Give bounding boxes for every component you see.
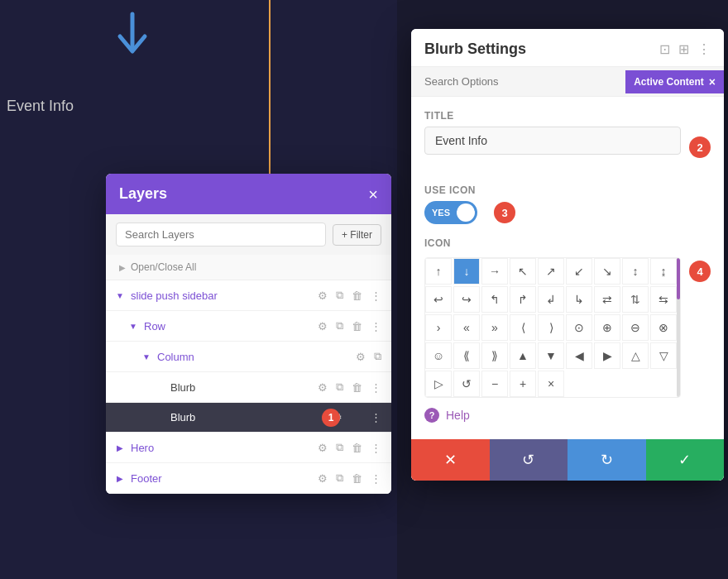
icon-cell[interactable]: − — [481, 371, 508, 397]
more-options-icon[interactable]: ⋮ — [697, 41, 711, 57]
icon-cell[interactable]: ⇄ — [594, 286, 620, 313]
icon-cell[interactable]: ↖ — [510, 258, 536, 285]
list-item[interactable]: ▼ Blurb ⚙ 1 ⋮ — [106, 403, 391, 433]
layer-settings-icon[interactable]: ⚙ — [316, 318, 329, 334]
icon-cell[interactable]: ◀ — [566, 342, 592, 369]
redo-button[interactable]: ↻ — [568, 439, 646, 481]
confirm-button[interactable]: ✓ — [646, 439, 725, 481]
list-item[interactable]: ▼ Blurb ⚙ ⧉ 🗑 ⋮ — [106, 372, 391, 403]
layer-delete-icon[interactable]: 🗑 — [350, 380, 364, 395]
layer-toggle-icon[interactable]: ▶ — [114, 472, 126, 484]
layer-more-icon[interactable]: ⋮ — [369, 409, 383, 425]
use-icon-toggle[interactable]: YES — [424, 201, 477, 224]
layer-more-icon[interactable]: ⋮ — [369, 380, 383, 395]
layer-settings-icon[interactable]: ⚙ — [354, 349, 367, 365]
icon-cell[interactable]: ↓ — [453, 258, 480, 285]
title-input[interactable] — [425, 127, 680, 154]
icon-cell[interactable]: ↙ — [566, 258, 592, 285]
help-row[interactable]: ? Help — [424, 398, 711, 426]
list-item[interactable]: ▼ Row ⚙ ⧉ 🗑 ⋮ — [106, 311, 391, 342]
layer-settings-icon[interactable]: ⚙ — [316, 440, 329, 456]
icon-cell[interactable]: ▲ — [510, 342, 536, 369]
layer-settings-icon[interactable]: ⚙ — [316, 471, 329, 486]
icon-cell[interactable]: ↑ — [425, 258, 452, 285]
icon-cell[interactable]: × — [538, 371, 564, 397]
layer-duplicate-icon[interactable]: ⧉ — [334, 287, 345, 304]
list-item[interactable]: ▼ slide push sidebar ⚙ ⧉ 🗑 ⋮ — [106, 280, 391, 311]
icon-cell[interactable]: ↨ — [650, 258, 677, 285]
fullscreen-icon[interactable]: ⊡ — [659, 41, 670, 57]
layer-actions: ⚙ 1 ⋮ — [331, 409, 383, 425]
layer-name: Column — [157, 351, 354, 363]
icon-cell[interactable]: ↲ — [538, 286, 564, 313]
icon-cell[interactable]: ▷ — [425, 371, 452, 397]
layer-duplicate-icon[interactable]: ⧉ — [334, 439, 345, 456]
icon-cell[interactable]: ⟨ — [510, 314, 536, 341]
icon-cell[interactable]: ☺ — [425, 342, 452, 369]
open-close-all-label: Open/Close All — [131, 261, 196, 273]
icon-cell[interactable]: ⊗ — [650, 314, 677, 341]
layers-search-input[interactable] — [116, 223, 326, 246]
layers-filter-button[interactable]: + Filter — [333, 224, 381, 246]
layer-settings-icon[interactable]: ⚙ — [316, 288, 329, 304]
icon-cell[interactable]: → — [481, 258, 508, 285]
icon-cell[interactable]: ↘ — [594, 258, 620, 285]
icon-cell[interactable]: ⟩ — [538, 314, 564, 341]
layer-delete-icon[interactable]: 🗑 — [350, 471, 364, 486]
layer-duplicate-icon[interactable]: ⧉ — [334, 379, 345, 395]
icon-cell[interactable]: ↰ — [481, 286, 508, 313]
icon-cell[interactable]: ▼ — [538, 342, 564, 369]
layer-duplicate-icon[interactable]: ⧉ — [334, 318, 345, 334]
icon-cell[interactable]: ⇆ — [650, 286, 677, 313]
icon-cell[interactable]: ⟫ — [481, 342, 508, 369]
list-item[interactable]: ▶ Hero ⚙ ⧉ 🗑 ⋮ — [106, 433, 391, 463]
list-item[interactable]: ▼ Column ⚙ ⧉ — [106, 342, 391, 372]
icon-cell[interactable]: » — [481, 314, 508, 341]
icon-cell[interactable]: « — [453, 314, 480, 341]
layer-settings-icon[interactable]: ⚙ — [316, 380, 329, 395]
badge-2: 2 — [689, 136, 711, 158]
icon-cell[interactable]: △ — [622, 342, 649, 369]
layer-delete-icon[interactable]: 🗑 — [350, 318, 364, 334]
icon-cell[interactable]: ⊖ — [622, 314, 649, 341]
open-close-all[interactable]: Open/Close All — [106, 255, 391, 280]
icon-cell[interactable]: ⊙ — [566, 314, 592, 341]
grid-icon[interactable]: ⊞ — [678, 41, 689, 57]
layer-more-icon[interactable]: ⋮ — [369, 288, 383, 304]
icon-cell[interactable]: ⟪ — [453, 342, 480, 369]
layer-delete-icon[interactable]: 🗑 — [350, 440, 364, 456]
layer-toggle-icon[interactable]: ▼ — [141, 351, 152, 362]
layer-name: Hero — [131, 442, 316, 454]
icon-cell[interactable]: ↱ — [510, 286, 536, 313]
icon-cell[interactable]: ↕ — [622, 258, 649, 285]
blurb-search-input[interactable] — [411, 67, 625, 96]
layer-more-icon[interactable]: ⋮ — [369, 318, 383, 334]
layer-duplicate-icon[interactable]: ⧉ — [372, 348, 383, 365]
icon-cell[interactable]: ⊕ — [594, 314, 620, 341]
layer-toggle-icon[interactable]: ▶ — [114, 442, 126, 453]
icon-cell[interactable]: › — [425, 314, 452, 341]
list-item[interactable]: ▶ Footer ⚙ ⧉ 🗑 ⋮ — [106, 463, 391, 494]
layer-toggle-icon[interactable]: ▼ — [114, 290, 126, 301]
icon-cell[interactable]: ↺ — [453, 371, 480, 397]
event-info-text: Event Info — [7, 98, 74, 115]
icon-cell[interactable]: + — [510, 371, 536, 397]
icon-cell[interactable]: ↩ — [425, 286, 452, 313]
layer-more-icon[interactable]: ⋮ — [369, 471, 383, 486]
icon-cell[interactable]: ↳ — [566, 286, 592, 313]
layer-more-icon[interactable]: ⋮ — [369, 440, 383, 456]
active-content-close[interactable]: × — [709, 75, 716, 89]
icon-cell[interactable]: ▶ — [594, 342, 620, 369]
icon-grid-scrollbar[interactable] — [677, 258, 680, 397]
undo-button[interactable]: ↺ — [490, 439, 568, 481]
icon-cell[interactable]: ▽ — [650, 342, 677, 369]
layer-delete-icon[interactable]: 🗑 — [350, 288, 364, 304]
icon-section-label: Icon — [424, 237, 711, 249]
layer-duplicate-icon[interactable]: ⧉ — [334, 470, 345, 486]
layers-close-button[interactable]: × — [368, 186, 378, 203]
icon-cell[interactable]: ↪ — [453, 286, 480, 313]
layer-toggle-icon[interactable]: ▼ — [127, 320, 139, 332]
icon-cell[interactable]: ↗ — [538, 258, 564, 285]
icon-cell[interactable]: ⇅ — [622, 286, 649, 313]
cancel-button[interactable]: ✕ — [411, 439, 490, 481]
